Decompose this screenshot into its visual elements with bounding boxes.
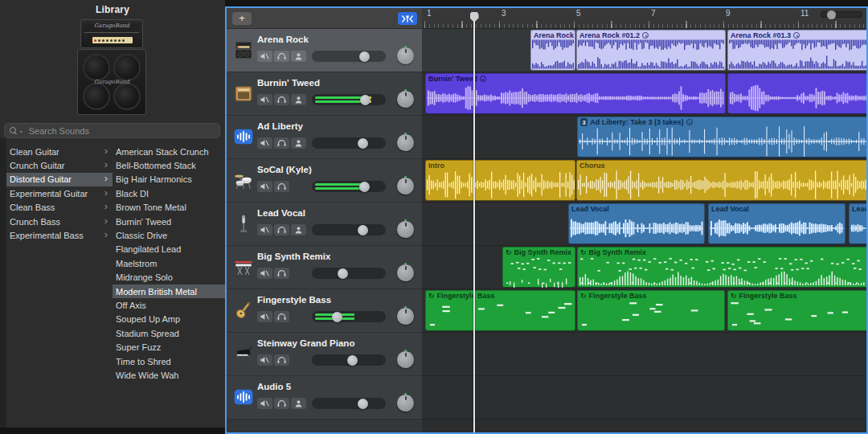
track-lane-ad-liberty[interactable]: 3Ad Liberty: Take 3 (3 takes) (422, 116, 866, 159)
category-item-crunch-bass[interactable]: Crunch Bass› (6, 215, 113, 228)
preset-item-super-fuzz[interactable]: Super Fuzz (113, 340, 225, 354)
pan-knob[interactable] (397, 178, 414, 194)
preset-item-big-hair-harmonics[interactable]: Big Hair Harmonics (113, 173, 225, 186)
volume-slider[interactable] (312, 398, 386, 409)
region-fingerstyle-bass[interactable]: ↻Fingerstyle Bass (425, 290, 575, 331)
track-row-big-synth-remix[interactable]: Big Synth Remix (227, 246, 422, 289)
track-row-socal-kyle[interactable]: SoCal (Kyle) (227, 159, 422, 203)
mute-button[interactable] (257, 181, 272, 192)
preset-item-classic-drive[interactable]: Classic Drive (113, 228, 225, 242)
input-monitor-button[interactable] (291, 94, 306, 105)
volume-slider-knob[interactable] (360, 95, 371, 105)
volume-slider[interactable] (312, 181, 386, 192)
region-burnin-tweed-cont[interactable] (727, 73, 866, 114)
add-track-button[interactable]: + (232, 12, 252, 25)
volume-slider[interactable] (312, 268, 386, 279)
preset-item-bell-bottomed-stack[interactable]: Bell-Bottomed Stack (113, 158, 225, 172)
region-ad-liberty-take-3-3-takes[interactable]: 3Ad Liberty: Take 3 (3 takes) (577, 117, 866, 158)
volume-slider-knob[interactable] (358, 399, 368, 409)
region-arena-rock-01-3[interactable]: Arena Rock #01.3 (727, 30, 866, 71)
pan-knob[interactable] (397, 308, 414, 325)
volume-slider-knob[interactable] (358, 138, 368, 149)
volume-slider-knob[interactable] (347, 355, 358, 366)
region-arena-rock[interactable]: Arena Rock (530, 30, 575, 71)
mute-button[interactable] (257, 268, 272, 279)
volume-slider[interactable] (312, 94, 386, 105)
input-monitor-button[interactable] (291, 224, 306, 235)
track-row-audio-5[interactable]: Audio 5 (227, 376, 422, 420)
region-chorus[interactable]: Chorus (576, 160, 866, 201)
category-item-experimental-guitar[interactable]: Experimental Guitar› (6, 186, 113, 200)
pan-knob[interactable] (397, 47, 414, 64)
mute-button[interactable] (257, 398, 272, 409)
track-lane-lead-vocal[interactable]: Lead VocalLead VocalLead Vocal (422, 203, 866, 246)
input-monitor-button[interactable] (291, 51, 306, 62)
solo-button[interactable] (274, 94, 289, 105)
track-lane-steinway-grand-piano[interactable] (422, 333, 866, 376)
volume-slider-knob[interactable] (338, 268, 348, 279)
track-row-burnin-tweed[interactable]: Burnin' Tweed (227, 72, 422, 116)
pan-knob[interactable] (397, 91, 414, 108)
region-lead-vocal[interactable]: Lead Vocal (708, 203, 845, 244)
mute-button[interactable] (257, 311, 272, 322)
pan-knob[interactable] (397, 134, 414, 151)
region-fingerstyle-bass[interactable]: ↻Fingerstyle Bass (727, 290, 866, 331)
preset-item-souped-up-amp[interactable]: Souped Up Amp (113, 313, 225, 326)
preset-item-american-stack-crunch[interactable]: American Stack Crunch (113, 145, 225, 158)
region-lead-vocal[interactable]: Lead Vocal (849, 203, 866, 244)
track-lane-big-synth-remix[interactable]: ↻Big Synth Remix↻Big Synth Remix (422, 246, 866, 289)
track-lane-socal-kyle[interactable]: IntroChorus (422, 159, 866, 203)
track-lane-burnin-tweed[interactable]: Burnin' Tweed (422, 72, 866, 116)
volume-slider[interactable] (312, 224, 386, 235)
region-arena-rock-01-2[interactable]: Arena Rock #01.2 (576, 30, 726, 71)
solo-button[interactable] (274, 311, 289, 322)
region-intro[interactable]: Intro (425, 160, 575, 201)
solo-button[interactable] (274, 354, 289, 366)
volume-slider[interactable] (312, 354, 386, 366)
search-input[interactable] (27, 125, 215, 137)
solo-button[interactable] (274, 268, 289, 279)
track-row-arena-rock[interactable]: Arena Rock (227, 29, 422, 72)
preset-item-modern-british-metal[interactable]: Modern British Metal (113, 285, 225, 298)
track-row-steinway-grand-piano[interactable]: Steinway Grand Piano (227, 333, 422, 376)
region-burnin-tweed[interactable]: Burnin' Tweed (425, 73, 726, 114)
region-big-synth-remix[interactable]: ↻Big Synth Remix (577, 247, 866, 288)
preset-item-time-to-shred[interactable]: Time to Shred (113, 354, 225, 368)
pan-knob[interactable] (397, 264, 414, 281)
mute-button[interactable] (257, 137, 272, 149)
preset-item-off-axis[interactable]: Off Axis (113, 298, 225, 312)
region-fingerstyle-bass[interactable]: ↻Fingerstyle Bass (577, 290, 725, 331)
volume-slider[interactable] (312, 51, 386, 62)
track-row-ad-liberty[interactable]: Ad Liberty (227, 116, 422, 159)
timeline-ruler[interactable]: 1357911 (422, 8, 866, 29)
preset-item-burnin-tweed[interactable]: Burnin' Tweed (113, 215, 225, 228)
solo-button[interactable] (274, 137, 289, 149)
input-monitor-button[interactable] (291, 137, 306, 149)
track-lane-audio-5[interactable] (422, 376, 866, 420)
solo-button[interactable] (274, 181, 289, 192)
volume-slider-knob[interactable] (359, 51, 370, 62)
category-item-distorted-guitar[interactable]: Distorted Guitar› (6, 173, 113, 186)
region-lead-vocal[interactable]: Lead Vocal (568, 203, 705, 244)
mute-button[interactable] (257, 354, 272, 366)
solo-button[interactable] (274, 51, 289, 62)
catch-playhead-button[interactable] (398, 12, 417, 25)
mute-button[interactable] (257, 224, 272, 235)
input-monitor-button[interactable] (291, 398, 306, 409)
preset-item-stadium-spread[interactable]: Stadium Spread (113, 326, 225, 340)
volume-slider[interactable] (312, 311, 386, 322)
mute-button[interactable] (257, 51, 272, 62)
preset-item-midrange-solo[interactable]: Midrange Solo (113, 271, 225, 285)
preset-item-flangilated-lead[interactable]: Flangilated Lead (113, 243, 225, 256)
category-item-clean-bass[interactable]: Clean Bass› (6, 201, 113, 215)
solo-button[interactable] (274, 224, 289, 235)
zoom-slider[interactable] (821, 11, 862, 18)
mute-button[interactable] (257, 94, 272, 105)
pan-knob[interactable] (397, 395, 414, 411)
preset-item-wide-wide-wah[interactable]: Wide Wide Wah (113, 368, 225, 382)
track-row-fingerstyle-bass[interactable]: Fingerstyle Bass (227, 289, 422, 333)
pan-knob[interactable] (397, 351, 414, 368)
category-item-crunch-guitar[interactable]: Crunch Guitar› (6, 158, 113, 172)
region-big-synth-remix[interactable]: ↻Big Synth Remix (502, 247, 575, 288)
track-lane-fingerstyle-bass[interactable]: ↻Fingerstyle Bass↻Fingerstyle Bass↻Finge… (422, 289, 866, 333)
